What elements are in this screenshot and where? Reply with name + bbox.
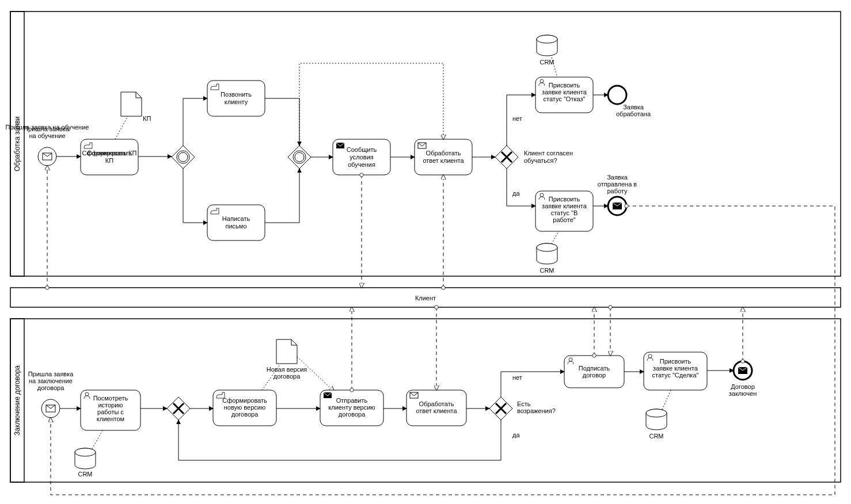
start-event-top [38,147,56,166]
gateway-top-q2: обучаться? [524,157,557,164]
flow [265,98,299,146]
flow-no-bottom [501,372,564,397]
data-object-newver [276,339,297,364]
task-write-letter-label: Написатьписьмо [222,215,250,230]
task-call-client-label: Позвонитьклиенту [221,91,252,105]
svg-point-18 [85,392,89,396]
svg-point-8 [540,193,544,197]
assoc-crm-deal [662,390,671,410]
svg-point-7 [540,79,544,83]
flow [265,169,299,223]
flow-yes [507,169,535,206]
gateway-obj-q2: возражения? [517,407,556,414]
task-history-label: Посмотретьисториюработы склиентом [93,395,128,422]
svg-point-21 [569,358,572,361]
edge-yes-bottom: да [512,432,520,438]
svg-point-20 [75,448,96,456]
edge-yes-top: да [512,190,520,197]
start-event-top-label: Пришла заявка на обучение [24,125,71,139]
assoc-crm-mid [552,231,559,244]
gateway-event-merge [288,146,311,169]
doc-newver-label: Новая версиядоговора [267,366,307,380]
task-process-reply-bottom-label: Обработатьответ клиента [416,400,457,414]
gateway-objections [489,397,512,420]
crm-hist-label: CRM [78,471,92,478]
end-sent-label: Заявкаотправлена вработу [598,174,637,194]
data-store-crm-top [537,35,557,56]
data-store-crm-hist [75,448,96,469]
svg-point-22 [648,354,652,358]
svg-point-12 [537,243,557,251]
crm-deal-label: CRM [649,433,663,440]
flow [183,169,207,223]
assoc-crm-hist [92,430,102,449]
svg-point-10 [537,35,557,43]
data-object-kp-label: КП [143,115,151,122]
svg-point-13 [608,86,626,104]
start-bottom-label: Пришла заявкана заключениедоговора [28,371,74,391]
data-object-kp [121,92,142,116]
end-contract-label: Договорзаключен [729,383,757,397]
data-store-crm-mid [537,243,557,264]
task-sign-label: Подписатьдоговор [579,365,610,379]
pool-client-title: Клиент [415,295,436,301]
crm-mid-label: CRM [540,267,554,274]
end-event-contract [734,361,752,380]
gateway-top-q1: Клиент согласен [524,150,573,156]
end-processed-label: Заявкаобработана [616,104,651,117]
end-event-sent [608,197,626,215]
assoc-loop [299,63,443,146]
msg-top-to-bottom [51,206,835,495]
assoc-crm-top [552,58,557,77]
start-event-bottom [41,399,60,418]
data-store-crm-deal [646,409,667,430]
task-inform-label: Сообщитьусловияобучения [347,146,377,168]
pool-bottom-title: Заключение договора [13,365,21,436]
assoc-kp [115,116,128,139]
end-event-processed [608,86,626,104]
gateway-event-split [172,146,195,169]
crm-top-label: CRM [540,59,554,66]
svg-point-24 [646,409,667,417]
gateway-merge-bottom [167,397,190,420]
flow [183,98,207,146]
gateway-exclusive-top [495,146,518,169]
edge-no-top: нет [512,115,522,122]
gateway-obj-q1: Есть [517,400,531,407]
edge-no-bottom: нет [512,374,522,381]
task-process-reply-top-label: Обработатьответ клиента [423,150,464,164]
bpmn-diagram: Обработка заяви Пришла заявка на обучени… [0,0,851,504]
assoc-newver-in [297,357,334,391]
